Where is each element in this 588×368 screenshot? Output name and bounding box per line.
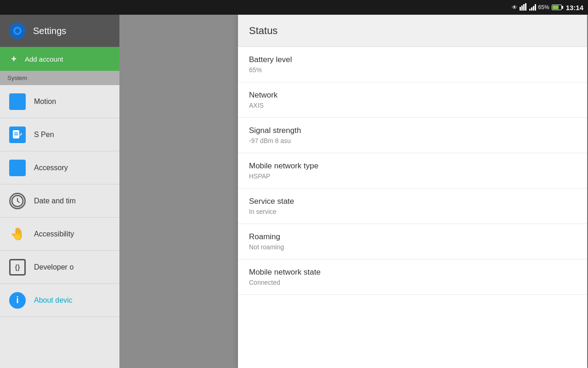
accessory-label: Accessory: [34, 164, 68, 172]
dialog-title: Status: [249, 25, 277, 37]
status-bar: 👁 65% 13:14: [0, 0, 588, 15]
svg-point-6: [15, 29, 20, 33]
dialog-item-mobile-network-state[interactable]: Mobile network state Connected: [238, 259, 587, 295]
signal-bars-icon: [529, 4, 536, 11]
settings-gear-icon: [7, 21, 28, 41]
battery-percent-label: 65%: [538, 4, 549, 11]
accessibility-icon: 🤚: [7, 224, 28, 244]
main-layout: Settings + Add account System Motion: [0, 15, 588, 368]
section-system-header: System: [0, 71, 119, 85]
dialog-header: Status: [238, 15, 587, 47]
roaming-label: Roaming: [249, 232, 576, 242]
service-state-value: In service: [249, 208, 576, 215]
settings-title: Settings: [33, 26, 66, 36]
sidebar-item-accessory[interactable]: Accessory: [0, 151, 119, 184]
status-icons: 👁 65% 13:14: [512, 3, 583, 12]
sidebar-header: Settings: [0, 15, 119, 47]
datetime-label: Date and tim: [34, 197, 76, 205]
sidebar-item-accessibility[interactable]: 🤚 Accessibility: [0, 218, 119, 251]
dialog-item-battery-level[interactable]: Battery level 65%: [238, 47, 587, 82]
developer-icon: {}: [7, 257, 28, 277]
battery-icon: [552, 5, 562, 10]
add-account-label: Add account: [25, 55, 63, 63]
svg-line-12: [17, 201, 19, 202]
mobile-network-state-label: Mobile network state: [249, 268, 576, 277]
mobile-network-type-label: Mobile network type: [249, 161, 576, 171]
status-dialog: Status Battery level 65% Network AXIS Si…: [238, 15, 587, 368]
sidebar: Settings + Add account System Motion: [0, 15, 119, 368]
battery-level-value: 65%: [249, 66, 576, 74]
mobile-network-type-value: HSPAP: [249, 172, 576, 180]
sidebar-item-spen[interactable]: S Pen: [0, 118, 119, 151]
add-account-icon: +: [7, 52, 20, 65]
dialog-item-signal-strength[interactable]: Signal strength -97 dBm 8 asu: [238, 118, 587, 153]
dialog-item-mobile-network-type[interactable]: Mobile network type HSPAP: [238, 153, 587, 189]
svg-rect-1: [521, 6, 523, 11]
motion-icon: [7, 92, 28, 112]
network-label: Network: [249, 91, 576, 100]
service-state-label: Service state: [249, 197, 576, 206]
developer-label: Developer o: [34, 263, 74, 271]
dialog-item-service-state[interactable]: Service state In service: [238, 189, 587, 224]
dialog-item-network[interactable]: Network AXIS: [238, 82, 587, 118]
signal-strength-value: -97 dBm 8 asu: [249, 137, 576, 144]
status-time: 13:14: [566, 4, 583, 12]
svg-rect-3: [525, 3, 526, 11]
mobile-network-state-value: Connected: [249, 279, 576, 286]
signal-strength-label: Signal strength: [249, 126, 576, 135]
about-icon: i: [7, 290, 28, 310]
svg-rect-2: [523, 4, 525, 11]
motion-label: Motion: [34, 98, 56, 106]
spen-icon: [7, 125, 28, 145]
sidebar-item-about[interactable]: i About devic: [0, 284, 119, 317]
datetime-icon: [7, 191, 28, 211]
spen-label: S Pen: [34, 131, 54, 139]
signal-config-icon: [520, 3, 527, 12]
sidebar-item-datetime[interactable]: Date and tim: [0, 184, 119, 218]
accessory-icon: [7, 158, 28, 178]
sidebar-item-motion[interactable]: Motion: [0, 85, 119, 118]
battery-level-label: Battery level: [249, 55, 576, 64]
content-area: ormation 0.0.31 se.infra@SER-69 #1 Statu…: [119, 15, 588, 368]
eye-icon: 👁: [512, 4, 517, 11]
dialog-item-roaming[interactable]: Roaming Not roaming: [238, 224, 587, 259]
svg-rect-0: [520, 7, 521, 11]
add-account-item[interactable]: + Add account: [0, 47, 119, 71]
about-label: About devic: [34, 296, 73, 305]
network-value: AXIS: [249, 102, 576, 109]
sidebar-item-developer[interactable]: {} Developer o: [0, 251, 119, 284]
roaming-value: Not roaming: [249, 243, 576, 251]
accessibility-label: Accessibility: [34, 230, 74, 238]
